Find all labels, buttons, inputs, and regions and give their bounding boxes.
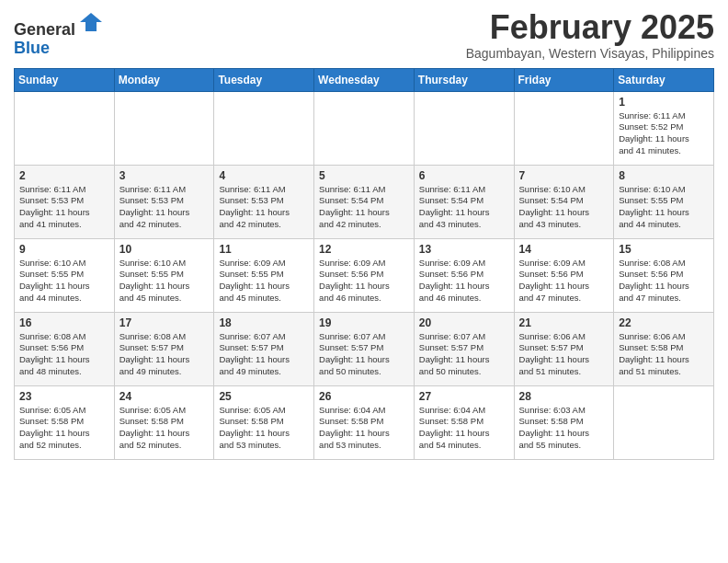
table-row xyxy=(414,91,514,165)
day-info: Sunrise: 6:07 AM Sunset: 5:57 PM Dayligh… xyxy=(319,331,409,378)
table-row: 3Sunrise: 6:11 AM Sunset: 5:53 PM Daylig… xyxy=(114,165,214,238)
weekday-header-saturday: Saturday xyxy=(614,68,714,91)
table-row: 17Sunrise: 6:08 AM Sunset: 5:57 PM Dayli… xyxy=(114,312,214,385)
day-info: Sunrise: 6:07 AM Sunset: 5:57 PM Dayligh… xyxy=(219,331,309,378)
day-info: Sunrise: 6:10 AM Sunset: 5:54 PM Dayligh… xyxy=(519,184,609,231)
week-row-1: 1Sunrise: 6:11 AM Sunset: 5:52 PM Daylig… xyxy=(15,91,714,165)
weekday-header-tuesday: Tuesday xyxy=(214,68,314,91)
day-info: Sunrise: 6:08 AM Sunset: 5:56 PM Dayligh… xyxy=(619,258,709,304)
page-header: General Blue February 2025 Bagumbayan, W… xyxy=(14,9,714,61)
week-row-2: 2Sunrise: 6:11 AM Sunset: 5:53 PM Daylig… xyxy=(15,165,714,238)
table-row: 1Sunrise: 6:11 AM Sunset: 5:52 PM Daylig… xyxy=(614,91,714,165)
svg-marker-0 xyxy=(80,13,102,31)
table-row: 15Sunrise: 6:08 AM Sunset: 5:56 PM Dayli… xyxy=(614,238,714,312)
calendar-subtitle: Bagumbayan, Western Visayas, Philippines xyxy=(466,46,714,61)
day-number: 9 xyxy=(19,243,109,256)
table-row: 16Sunrise: 6:08 AM Sunset: 5:56 PM Dayli… xyxy=(15,312,115,385)
day-number: 5 xyxy=(319,169,409,182)
table-row: 6Sunrise: 6:11 AM Sunset: 5:54 PM Daylig… xyxy=(414,165,514,238)
day-number: 27 xyxy=(419,390,509,403)
day-info: Sunrise: 6:04 AM Sunset: 5:58 PM Dayligh… xyxy=(319,405,409,452)
day-number: 2 xyxy=(19,169,109,182)
day-info: Sunrise: 6:05 AM Sunset: 5:58 PM Dayligh… xyxy=(219,405,309,452)
table-row: 20Sunrise: 6:07 AM Sunset: 5:57 PM Dayli… xyxy=(414,312,514,385)
day-info: Sunrise: 6:11 AM Sunset: 5:52 PM Dayligh… xyxy=(619,110,709,157)
day-info: Sunrise: 6:06 AM Sunset: 5:58 PM Dayligh… xyxy=(619,331,709,378)
day-number: 20 xyxy=(419,316,509,329)
table-row: 7Sunrise: 6:10 AM Sunset: 5:54 PM Daylig… xyxy=(514,165,614,238)
day-number: 18 xyxy=(219,316,309,329)
day-number: 16 xyxy=(19,316,109,329)
day-number: 3 xyxy=(119,169,210,182)
calendar-title: February 2025 xyxy=(466,9,714,46)
table-row: 13Sunrise: 6:09 AM Sunset: 5:56 PM Dayli… xyxy=(414,238,514,312)
day-info: Sunrise: 6:06 AM Sunset: 5:57 PM Dayligh… xyxy=(519,331,609,378)
day-number: 6 xyxy=(419,169,509,182)
day-info: Sunrise: 6:03 AM Sunset: 5:58 PM Dayligh… xyxy=(519,405,609,452)
table-row: 25Sunrise: 6:05 AM Sunset: 5:58 PM Dayli… xyxy=(214,385,314,459)
day-number: 21 xyxy=(519,316,609,329)
day-info: Sunrise: 6:05 AM Sunset: 5:58 PM Dayligh… xyxy=(119,405,210,452)
table-row xyxy=(514,91,614,165)
table-row: 9Sunrise: 6:10 AM Sunset: 5:55 PM Daylig… xyxy=(15,238,115,312)
day-info: Sunrise: 6:11 AM Sunset: 5:53 PM Dayligh… xyxy=(219,184,309,231)
table-row: 22Sunrise: 6:06 AM Sunset: 5:58 PM Dayli… xyxy=(614,312,714,385)
day-number: 17 xyxy=(119,316,210,329)
table-row: 26Sunrise: 6:04 AM Sunset: 5:58 PM Dayli… xyxy=(314,385,415,459)
table-row: 19Sunrise: 6:07 AM Sunset: 5:57 PM Dayli… xyxy=(314,312,415,385)
week-row-3: 9Sunrise: 6:10 AM Sunset: 5:55 PM Daylig… xyxy=(15,238,714,312)
weekday-header-friday: Friday xyxy=(514,68,614,91)
calendar-table: SundayMondayTuesdayWednesdayThursdayFrid… xyxy=(14,68,714,460)
table-row xyxy=(114,91,214,165)
day-number: 12 xyxy=(319,243,409,256)
table-row: 11Sunrise: 6:09 AM Sunset: 5:55 PM Dayli… xyxy=(214,238,314,312)
table-row: 28Sunrise: 6:03 AM Sunset: 5:58 PM Dayli… xyxy=(514,385,614,459)
table-row xyxy=(15,91,115,165)
weekday-header-thursday: Thursday xyxy=(414,68,514,91)
day-number: 10 xyxy=(119,243,210,256)
table-row: 23Sunrise: 6:05 AM Sunset: 5:58 PM Dayli… xyxy=(15,385,115,459)
logo-icon xyxy=(78,9,104,35)
weekday-header-wednesday: Wednesday xyxy=(314,68,415,91)
table-row: 10Sunrise: 6:10 AM Sunset: 5:55 PM Dayli… xyxy=(114,238,214,312)
day-info: Sunrise: 6:11 AM Sunset: 5:53 PM Dayligh… xyxy=(119,184,210,231)
day-info: Sunrise: 6:10 AM Sunset: 5:55 PM Dayligh… xyxy=(619,184,709,231)
day-info: Sunrise: 6:11 AM Sunset: 5:54 PM Dayligh… xyxy=(319,184,409,231)
day-info: Sunrise: 6:09 AM Sunset: 5:56 PM Dayligh… xyxy=(519,258,609,304)
day-number: 28 xyxy=(519,390,609,403)
table-row: 8Sunrise: 6:10 AM Sunset: 5:55 PM Daylig… xyxy=(614,165,714,238)
day-info: Sunrise: 6:09 AM Sunset: 5:55 PM Dayligh… xyxy=(219,258,309,304)
day-info: Sunrise: 6:08 AM Sunset: 5:57 PM Dayligh… xyxy=(119,331,210,378)
day-info: Sunrise: 6:05 AM Sunset: 5:58 PM Dayligh… xyxy=(19,405,109,452)
day-info: Sunrise: 6:11 AM Sunset: 5:54 PM Dayligh… xyxy=(419,184,509,231)
table-row: 4Sunrise: 6:11 AM Sunset: 5:53 PM Daylig… xyxy=(214,165,314,238)
day-number: 8 xyxy=(619,169,709,182)
day-info: Sunrise: 6:08 AM Sunset: 5:56 PM Dayligh… xyxy=(19,331,109,378)
table-row xyxy=(214,91,314,165)
day-info: Sunrise: 6:07 AM Sunset: 5:57 PM Dayligh… xyxy=(419,331,509,378)
day-number: 22 xyxy=(619,316,709,329)
day-number: 24 xyxy=(119,390,210,403)
table-row: 14Sunrise: 6:09 AM Sunset: 5:56 PM Dayli… xyxy=(514,238,614,312)
table-row: 2Sunrise: 6:11 AM Sunset: 5:53 PM Daylig… xyxy=(15,165,115,238)
weekday-header-row: SundayMondayTuesdayWednesdayThursdayFrid… xyxy=(15,68,714,91)
table-row: 5Sunrise: 6:11 AM Sunset: 5:54 PM Daylig… xyxy=(314,165,415,238)
table-row xyxy=(314,91,415,165)
weekday-header-monday: Monday xyxy=(114,68,214,91)
day-number: 25 xyxy=(219,390,309,403)
table-row xyxy=(614,385,714,459)
week-row-5: 23Sunrise: 6:05 AM Sunset: 5:58 PM Dayli… xyxy=(15,385,714,459)
day-number: 11 xyxy=(219,243,309,256)
day-number: 26 xyxy=(319,390,409,403)
day-info: Sunrise: 6:10 AM Sunset: 5:55 PM Dayligh… xyxy=(119,258,210,304)
day-info: Sunrise: 6:10 AM Sunset: 5:55 PM Dayligh… xyxy=(19,258,109,304)
table-row: 21Sunrise: 6:06 AM Sunset: 5:57 PM Dayli… xyxy=(514,312,614,385)
title-area: February 2025 Bagumbayan, Western Visaya… xyxy=(466,9,714,61)
day-number: 14 xyxy=(519,243,609,256)
table-row: 18Sunrise: 6:07 AM Sunset: 5:57 PM Dayli… xyxy=(214,312,314,385)
table-row: 24Sunrise: 6:05 AM Sunset: 5:58 PM Dayli… xyxy=(114,385,214,459)
day-number: 1 xyxy=(619,96,709,109)
day-info: Sunrise: 6:09 AM Sunset: 5:56 PM Dayligh… xyxy=(419,258,509,304)
weekday-header-sunday: Sunday xyxy=(15,68,115,91)
day-number: 13 xyxy=(419,243,509,256)
